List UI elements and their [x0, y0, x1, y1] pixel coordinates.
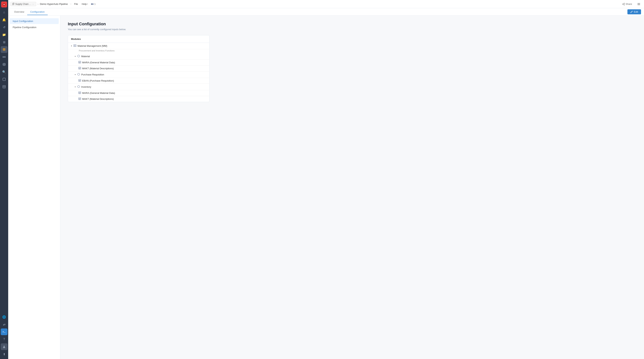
svg-rect-24: [638, 5, 640, 5]
svg-rect-22: [638, 3, 640, 3]
file-menu-item[interactable]: File: [74, 2, 79, 6]
purchase-req-label: Purchase Requisition: [81, 73, 104, 76]
svg-point-17: [624, 3, 624, 4]
svg-point-18: [622, 4, 623, 4]
sidebar-item-pipeline-config[interactable]: Pipeline Configuration: [10, 24, 59, 30]
material-label: Material: [81, 55, 90, 58]
app-logo: [1, 1, 7, 7]
edit-button[interactable]: Edit: [628, 9, 641, 14]
modules-header: Modules: [68, 35, 209, 43]
globe-icon[interactable]: 🌐: [1, 314, 8, 320]
mara2-label: MARA (General Material Data): [82, 92, 115, 94]
modules-card: Modules ▾ Material Manageme: [68, 35, 210, 102]
top-bar-actions: Share: [621, 2, 642, 6]
svg-rect-16: [92, 3, 93, 5]
tabs-bar: Overview Configuration Edit: [8, 8, 644, 16]
mm-subtitle: Procurement and Inventory Functions: [68, 49, 209, 53]
svg-rect-44: [79, 98, 81, 100]
table2-icon[interactable]: [1, 83, 8, 90]
svg-line-21: [623, 4, 624, 5]
star-icon[interactable]: ☆: [70, 2, 72, 5]
page-subtitle: You can see a list of currently configur…: [68, 28, 636, 31]
group-icon-purchase: [77, 73, 80, 76]
sidebar-item-input-config[interactable]: Input Configuration: [10, 18, 59, 24]
table-icon-makt1: [78, 67, 81, 70]
sidebar: Input Configuration Pipeline Configurati…: [8, 16, 60, 359]
tab-configuration[interactable]: Configuration: [27, 9, 48, 15]
inventory-label: Inventory: [81, 85, 91, 88]
upload-icon[interactable]: ⬆: [1, 351, 8, 358]
menu-icon-btn[interactable]: [636, 2, 642, 6]
main-panel: Input Configuration You can see a list o…: [60, 16, 644, 359]
chevron-inventory: ▾: [75, 86, 76, 88]
svg-rect-23: [638, 4, 640, 4]
tree-row-mara-1[interactable]: MARA (General Material Data): [68, 60, 209, 65]
svg-rect-1: [3, 48, 6, 49]
svg-rect-36: [79, 79, 81, 81]
table-icon-mara1: [78, 61, 81, 64]
svg-rect-3: [3, 50, 6, 51]
box-icon[interactable]: [1, 76, 8, 83]
group-icon-material: [77, 54, 80, 58]
svg-rect-28: [79, 61, 81, 63]
home-icon[interactable]: ⌂: [1, 9, 8, 16]
tree-row-eban[interactable]: EBAN (Purchase Requisition): [68, 78, 209, 84]
top-bar: 🗐 Supply Chain . . ··· › Demo HyperAuto …: [8, 0, 644, 8]
user-avatar: [1, 343, 8, 350]
page-title: Input Configuration: [68, 21, 636, 26]
mm-label: Material Management (MM): [78, 44, 107, 47]
svg-point-14: [4, 346, 5, 347]
shuffle-icon[interactable]: ⇄: [1, 321, 8, 328]
tree-row-mm[interactable]: ▾ Material Management (MM): [68, 43, 209, 49]
question-icon[interactable]: ?: [1, 336, 8, 343]
svg-rect-13: [4, 332, 6, 333]
tree-row-makt-2[interactable]: MAKT (Material Descriptions): [68, 96, 209, 102]
svg-rect-26: [75, 45, 76, 46]
grid-icon[interactable]: ⊞: [1, 39, 8, 45]
bell-icon[interactable]: 🔔: [1, 16, 8, 23]
svg-rect-15: [91, 3, 92, 5]
tree-row-mara-2[interactable]: MARA (General Material Data): [68, 90, 209, 96]
chevron-material: ▾: [75, 55, 76, 57]
chevron-purchase-req: ▾: [75, 73, 76, 76]
makt1-label: MAKT (Material Descriptions): [82, 67, 114, 70]
svg-marker-12: [3, 331, 4, 333]
folder-icon[interactable]: 📁: [1, 31, 8, 38]
tree-section: ▾ Material Management (MM) Procurement a…: [68, 43, 209, 102]
code-icon[interactable]: [1, 329, 8, 335]
history-icon[interactable]: ↺: [1, 24, 8, 30]
content-area: Input Configuration Pipeline Configurati…: [8, 16, 644, 359]
search-icon[interactable]: 🔍: [1, 68, 8, 75]
chevron-mm: ▾: [71, 45, 72, 47]
pipeline-badge[interactable]: 1: [91, 3, 96, 5]
svg-rect-4: [3, 56, 4, 57]
tree-row-inventory[interactable]: ▾ Inventory: [68, 84, 209, 90]
breadcrumb-separator: ›: [38, 2, 38, 5]
breadcrumb-current: Demo HyperAuto Pipeline: [40, 2, 68, 5]
tabs-actions: Edit: [628, 9, 641, 14]
table-icon-eban: [78, 79, 81, 82]
module-icon-mm: [74, 44, 76, 48]
svg-rect-2: [3, 49, 6, 50]
table-icon-makt2: [78, 97, 81, 100]
svg-rect-5: [4, 56, 6, 57]
share-button[interactable]: Share: [621, 2, 634, 6]
breadcrumb-dots-btn[interactable]: ···: [32, 3, 34, 5]
makt2-label: MAKT (Material Descriptions): [82, 98, 114, 100]
file-menu: File Help ▾ 1: [74, 2, 96, 6]
tree-row-material[interactable]: ▾ Material: [68, 53, 209, 60]
tree-row-purchase-req[interactable]: ▾ Purchase Requisition: [68, 71, 209, 78]
eban-label: EBAN (Purchase Requisition): [82, 79, 114, 82]
svg-rect-25: [74, 45, 75, 46]
flow-icon[interactable]: [1, 54, 8, 60]
breadcrumb-supply-text[interactable]: Supply Chain . .: [15, 3, 31, 5]
nav-bar: ⌂ 🔔 ↺ 📁 ⊞ 🔍: [0, 0, 8, 359]
help-menu-item[interactable]: Help ▾: [81, 2, 89, 6]
stack-icon[interactable]: [1, 46, 8, 53]
svg-point-7: [3, 63, 5, 64]
breadcrumb-tab-icon: 🗐: [12, 2, 14, 5]
tab-overview[interactable]: Overview: [11, 9, 27, 15]
svg-rect-8: [3, 78, 6, 81]
database-icon[interactable]: [1, 61, 8, 68]
tree-row-makt-1[interactable]: MAKT (Material Descriptions): [68, 65, 209, 71]
